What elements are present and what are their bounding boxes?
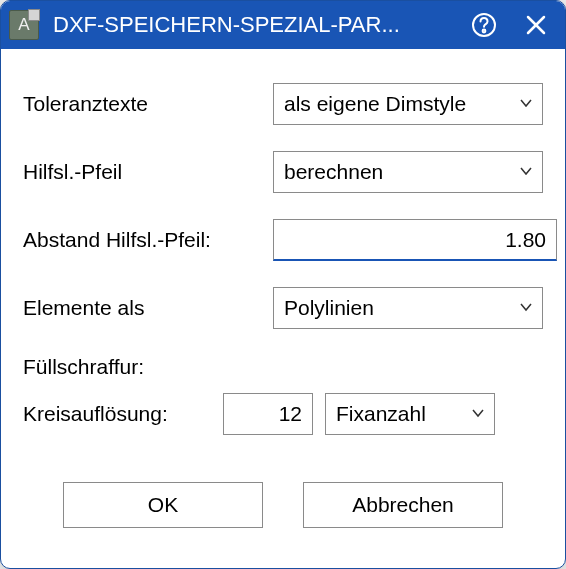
cancel-button[interactable]: Abbrechen xyxy=(303,482,503,528)
row-kreisaufloesung: Kreisauflösung: Fixanzahl xyxy=(23,393,543,435)
row-abstand: Abstand Hilfsl.-Pfeil: xyxy=(23,219,543,261)
chevron-down-icon xyxy=(518,160,534,184)
titlebar: A DXF-SPEICHERN-SPEZIAL-PAR... xyxy=(1,1,565,49)
row-toleranztexte: Toleranztexte als eigene Dimstyle xyxy=(23,83,543,125)
label-abstand: Abstand Hilfsl.-Pfeil: xyxy=(23,228,273,252)
select-hilfsl-pfeil-value: berechnen xyxy=(284,160,383,184)
close-icon[interactable] xyxy=(521,10,551,40)
label-toleranztexte: Toleranztexte xyxy=(23,92,273,116)
spacer xyxy=(23,461,543,482)
input-kreisaufloesung[interactable] xyxy=(223,393,313,435)
chevron-down-icon xyxy=(518,296,534,320)
label-hilfsl-pfeil: Hilfsl.-Pfeil xyxy=(23,160,273,184)
dialog-content: Toleranztexte als eigene Dimstyle Hilfsl… xyxy=(1,49,565,568)
row-hilfsl-pfeil: Hilfsl.-Pfeil berechnen xyxy=(23,151,543,193)
app-icon: A xyxy=(9,10,39,40)
chevron-down-icon xyxy=(518,92,534,116)
dialog-window: A DXF-SPEICHERN-SPEZIAL-PAR... Toleranzt… xyxy=(0,0,566,569)
select-hilfsl-pfeil[interactable]: berechnen xyxy=(273,151,543,193)
app-icon-letter: A xyxy=(18,15,29,35)
svg-point-1 xyxy=(483,30,486,33)
select-elemente-als-value: Polylinien xyxy=(284,296,374,320)
chevron-down-icon xyxy=(470,402,486,426)
input-abstand[interactable] xyxy=(273,219,557,261)
label-kreisaufloesung: Kreisauflösung: xyxy=(23,402,223,426)
help-icon[interactable] xyxy=(469,10,499,40)
label-fuellschraffur: Füllschraffur: xyxy=(23,355,273,379)
label-elemente-als: Elemente als xyxy=(23,296,273,320)
select-toleranztexte[interactable]: als eigene Dimstyle xyxy=(273,83,543,125)
ok-button[interactable]: OK xyxy=(63,482,263,528)
select-kreisaufloesung-mode-value: Fixanzahl xyxy=(336,402,426,426)
row-elemente-als: Elemente als Polylinien xyxy=(23,287,543,329)
row-fuellschraffur: Füllschraffur: xyxy=(23,355,543,379)
window-title: DXF-SPEICHERN-SPEZIAL-PAR... xyxy=(53,12,469,38)
button-row: OK Abbrechen xyxy=(23,482,543,548)
select-toleranztexte-value: als eigene Dimstyle xyxy=(284,92,466,116)
select-elemente-als[interactable]: Polylinien xyxy=(273,287,543,329)
select-kreisaufloesung-mode[interactable]: Fixanzahl xyxy=(325,393,495,435)
